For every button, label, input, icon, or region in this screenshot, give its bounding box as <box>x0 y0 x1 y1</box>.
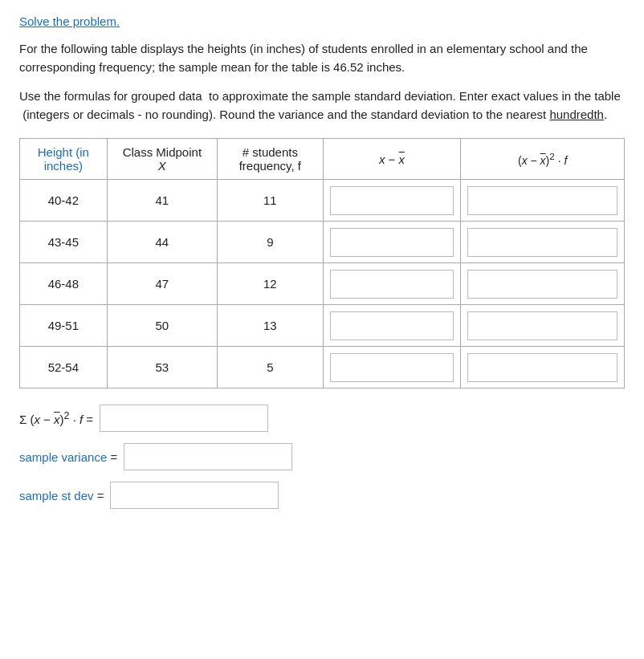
variance-input[interactable] <box>124 443 292 470</box>
stdev-row: sample st dev = <box>19 482 625 509</box>
cell-xbar-3[interactable] <box>323 263 461 305</box>
table-row: 46-48 47 12 <box>20 263 625 305</box>
input-xbar-4[interactable] <box>331 319 454 332</box>
variance-label: sample variance = <box>19 450 117 464</box>
input-formula-5[interactable] <box>468 360 617 374</box>
cell-midpoint-1: 41 <box>107 180 217 222</box>
cell-height-3: 46-48 <box>20 263 108 305</box>
cell-formula-4[interactable] <box>461 305 625 347</box>
input-xbar-3[interactable] <box>331 277 454 291</box>
cell-midpoint-5: 53 <box>107 347 217 388</box>
cell-midpoint-3: 47 <box>107 263 217 305</box>
header-midpoint: Class Midpoint X <box>107 139 217 180</box>
input-formula-4[interactable] <box>468 319 617 332</box>
header-formula: (x − x)2 · f <box>461 139 625 180</box>
sum-input[interactable] <box>100 405 268 432</box>
input-xbar-1[interactable] <box>331 193 454 207</box>
cell-midpoint-4: 50 <box>107 305 217 347</box>
input-formula-1[interactable] <box>468 193 617 207</box>
input-formula-3[interactable] <box>468 277 617 291</box>
cell-height-5: 52-54 <box>20 347 108 388</box>
cell-xbar-4[interactable] <box>323 305 461 347</box>
cell-xbar-5[interactable] <box>323 347 461 388</box>
table-row: 43-45 44 9 <box>20 222 625 263</box>
stdev-input[interactable] <box>110 482 279 509</box>
sum-row: Σ (x − x)2 · f = <box>19 405 625 432</box>
cell-height-4: 49-51 <box>20 305 108 347</box>
solve-label: Solve the problem. <box>19 14 625 28</box>
summary-section: Σ (x − x)2 · f = sample variance = sampl… <box>19 405 625 509</box>
input-formula-2[interactable] <box>468 235 617 249</box>
cell-height-2: 43-45 <box>20 222 108 263</box>
cell-freq-2: 9 <box>218 222 324 263</box>
header-height: Height (ininches) <box>20 139 108 180</box>
cell-formula-5[interactable] <box>461 347 625 388</box>
cell-formula-1[interactable] <box>461 180 625 222</box>
table-row: 52-54 53 5 <box>20 347 625 388</box>
input-xbar-2[interactable] <box>331 235 454 249</box>
problem-paragraph-2: Use the formulas for grouped data to app… <box>19 87 625 124</box>
cell-xbar-2[interactable] <box>323 222 461 263</box>
cell-freq-1: 11 <box>218 180 324 222</box>
header-xminusxbar: x − x <box>323 139 461 180</box>
stdev-label: sample st dev = <box>19 489 104 502</box>
cell-midpoint-2: 44 <box>107 222 217 263</box>
cell-xbar-1[interactable] <box>323 180 461 222</box>
cell-formula-2[interactable] <box>461 222 625 263</box>
table-row: 49-51 50 13 <box>20 305 625 347</box>
variance-row: sample variance = <box>19 443 625 470</box>
cell-height-1: 40-42 <box>20 180 108 222</box>
cell-formula-3[interactable] <box>461 263 625 305</box>
data-table: Height (ininches) Class Midpoint X # stu… <box>19 138 625 388</box>
header-students: # students frequency, f <box>218 139 324 180</box>
input-xbar-5[interactable] <box>331 360 454 374</box>
cell-freq-3: 12 <box>218 263 324 305</box>
problem-paragraph-1: For the following table displays the hei… <box>19 39 625 77</box>
sum-label: Σ (x − x)2 · f = <box>19 410 93 426</box>
cell-freq-4: 13 <box>218 305 324 347</box>
cell-freq-5: 5 <box>218 347 324 388</box>
table-row: 40-42 41 11 <box>20 180 625 222</box>
